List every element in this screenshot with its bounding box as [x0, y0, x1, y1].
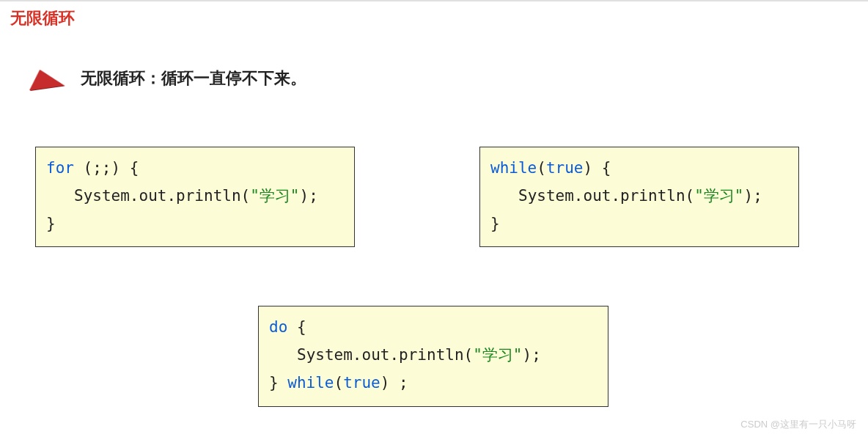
string-literal: "学习" — [250, 187, 299, 205]
code-text: System.out.println( — [74, 187, 250, 205]
code-text: ) ; — [380, 374, 408, 392]
string-literal: "学习" — [473, 346, 522, 364]
code-box-do-while: do { System.out.println("学习"); } while(t… — [258, 306, 608, 406]
code-text: ) { — [583, 159, 611, 177]
code-text: } — [269, 374, 287, 392]
string-literal: "学习" — [694, 187, 743, 205]
code-line: } — [46, 210, 342, 238]
triangle-icon — [26, 67, 64, 90]
code-text: } — [490, 215, 500, 232]
code-text: { — [287, 318, 306, 336]
code-line: System.out.println("学习"); — [269, 342, 596, 370]
code-line: System.out.println("学习"); — [490, 183, 787, 210]
subtitle-row: 无限循环：循环一直停不下来。 — [28, 67, 868, 89]
keyword-true: true — [343, 374, 380, 392]
keyword-true: true — [546, 159, 584, 177]
code-line: } — [490, 210, 787, 238]
code-line: } while(true) ; — [269, 370, 596, 397]
code-box-for: for (;;) { System.out.println("学习"); } — [35, 147, 355, 247]
code-box-while: while(true) { System.out.println("学习"); … — [479, 147, 799, 247]
code-text: System.out.println( — [297, 346, 473, 364]
subtitle-text: 无限循环：循环一直停不下来。 — [81, 67, 306, 89]
code-text: (;;) { — [74, 159, 139, 177]
code-line: System.out.println("学习"); — [46, 183, 342, 210]
keyword-while: while — [490, 159, 537, 177]
code-text: ( — [334, 374, 344, 392]
code-text: ); — [523, 346, 541, 364]
code-line: do { — [269, 314, 596, 342]
code-line: for (;;) { — [46, 155, 342, 183]
code-text: ( — [537, 159, 546, 177]
keyword-for: for — [46, 159, 74, 177]
code-text: System.out.println( — [518, 187, 694, 205]
page-title: 无限循环 — [0, 1, 868, 29]
code-text: } — [46, 215, 56, 232]
code-line: while(true) { — [490, 155, 787, 183]
code-text: ); — [744, 187, 762, 205]
keyword-while: while — [287, 374, 334, 392]
watermark: CSDN @这里有一只小马呀 — [740, 418, 856, 431]
keyword-do: do — [269, 318, 287, 336]
code-text: ); — [300, 187, 318, 205]
code-row-top: for (;;) { System.out.println("学习"); } w… — [35, 147, 868, 247]
